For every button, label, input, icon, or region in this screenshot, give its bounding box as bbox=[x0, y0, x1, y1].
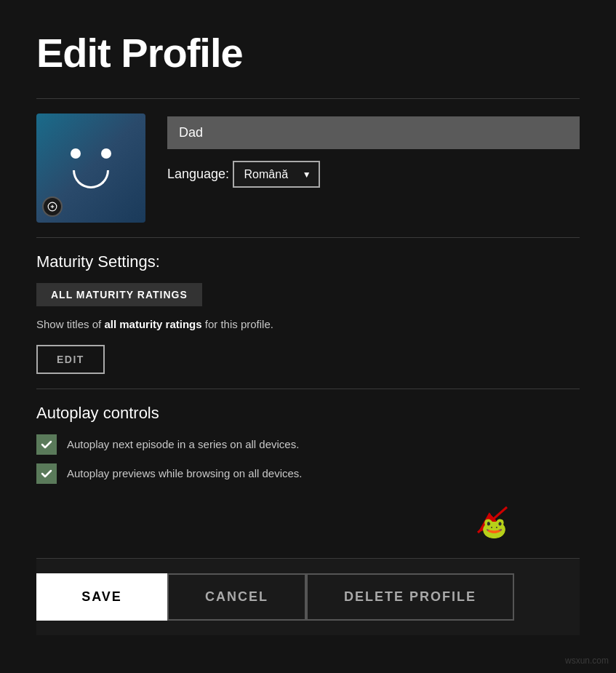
language-select-wrapper: Română English Español Français Deutsch … bbox=[233, 161, 320, 188]
profile-fields: Dad Language: Română English Español Fra… bbox=[167, 114, 580, 188]
avatar-smile bbox=[73, 170, 109, 188]
checkmark-icon-1 bbox=[40, 438, 53, 451]
delete-profile-button[interactable]: DELETE PROFILE bbox=[306, 573, 514, 621]
checkmark-icon-2 bbox=[40, 467, 53, 480]
maturity-title: Maturity Settings: bbox=[36, 252, 580, 271]
profile-name-input[interactable]: Dad bbox=[167, 116, 580, 149]
action-bar: SAVE CANCEL DELETE PROFILE bbox=[36, 558, 580, 635]
language-section: Language: Română English Español Françai… bbox=[167, 161, 580, 188]
page-container: Edit Profile bbox=[0, 0, 616, 673]
profile-row: Dad Language: Română English Español Fra… bbox=[36, 114, 580, 223]
language-select[interactable]: Română English Español Français Deutsch bbox=[233, 161, 320, 188]
pencil-icon bbox=[47, 202, 57, 212]
avatar-container bbox=[36, 114, 145, 223]
language-label: Language: bbox=[167, 167, 229, 181]
avatar-edit-button[interactable] bbox=[42, 196, 63, 217]
maturity-bold: all maturity ratings bbox=[104, 318, 201, 330]
avatar-eye-left bbox=[71, 148, 81, 159]
maturity-edit-button[interactable]: EDIT bbox=[36, 345, 105, 374]
section-divider-1 bbox=[36, 237, 580, 238]
autoplay-label-1: Autoplay next episode in a series on all… bbox=[67, 438, 299, 450]
cancel-button[interactable]: CANCEL bbox=[167, 573, 306, 621]
header-divider bbox=[36, 98, 580, 99]
autoplay-row-1: Autoplay next episode in a series on all… bbox=[36, 434, 580, 455]
maturity-section: Maturity Settings: ALL MATURITY RATINGS … bbox=[36, 252, 580, 374]
avatar-eye-right bbox=[101, 148, 111, 159]
section-divider-2 bbox=[36, 389, 580, 389]
page-title: Edit Profile bbox=[36, 29, 580, 76]
autoplay-checkbox-1[interactable] bbox=[36, 434, 57, 455]
annotation-character: 🐸 bbox=[481, 516, 507, 540]
autoplay-checkbox-2[interactable] bbox=[36, 463, 57, 484]
annotation-area: 🐸 bbox=[36, 493, 580, 536]
autoplay-row-2: Autoplay previews while browsing on all … bbox=[36, 463, 580, 484]
maturity-description: Show titles of all maturity ratings for … bbox=[36, 316, 580, 333]
autoplay-label-2: Autoplay previews while browsing on all … bbox=[67, 467, 303, 479]
avatar-eyes bbox=[71, 148, 111, 159]
maturity-badge: ALL MATURITY RATINGS bbox=[36, 283, 202, 306]
watermark: wsxun.com bbox=[565, 656, 609, 666]
autoplay-title: Autoplay controls bbox=[36, 404, 580, 423]
save-button[interactable]: SAVE bbox=[36, 573, 167, 621]
autoplay-section: Autoplay controls Autoplay next episode … bbox=[36, 404, 580, 484]
avatar-face bbox=[71, 148, 111, 188]
